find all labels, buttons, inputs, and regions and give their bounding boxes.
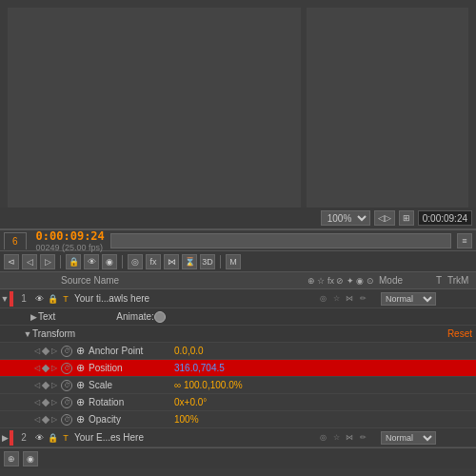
sw-fx[interactable]: ☆ <box>330 293 342 305</box>
fps-label: 00249 (25.00 fps) <box>36 243 105 252</box>
opac-value: 100% <box>174 414 199 425</box>
lock-btn[interactable]: 🔒 <box>66 254 81 269</box>
tab-num: 6 <box>12 236 18 247</box>
scale-row: ◁ ▷ ⏱ ⊕ Scale ∞ 100.0,100.0% <box>0 377 476 394</box>
panel-header: 6 0:00:09:24 00249 (25.00 fps) ≡ <box>0 230 476 251</box>
layer1-twirl[interactable]: ▼ <box>0 294 10 304</box>
preview-main <box>8 8 301 221</box>
anchor-nav: ◁ ▷ <box>34 347 57 355</box>
layer2-switches: ◎ ☆ ⋈ ✏ <box>305 432 381 444</box>
panel-tab[interactable]: 6 <box>4 232 27 249</box>
layer1-lock[interactable]: 🔒 <box>46 292 59 306</box>
pos-value: 316.0,704.5 <box>174 363 225 373</box>
sw2-fx[interactable]: ☆ <box>330 432 342 444</box>
layer1-type: T <box>59 292 72 306</box>
position-row[interactable]: ◁ ▷ ⏱ ⊕ Position 316.0,704.5 <box>0 360 476 377</box>
col-headers: Source Name ⊕ ☆ fx ⊘ ✦ ◉ ⊙ Mode T TrkM <box>0 272 476 289</box>
layer2-mode[interactable]: Normal <box>381 431 436 445</box>
scale-stopwatch[interactable]: ⏱ <box>61 380 72 391</box>
play-btn[interactable]: ▷ <box>40 254 55 269</box>
mode-btn[interactable]: M <box>226 254 241 269</box>
sw2-pen[interactable]: ✏ <box>357 432 368 444</box>
layer1-mode[interactable]: Normal <box>381 292 436 306</box>
solo-btn[interactable]: ◉ <box>102 254 117 269</box>
transform-twirl[interactable]: ▼ <box>23 329 32 339</box>
effects-btn[interactable]: fx <box>146 254 161 269</box>
anchor-point-row: ◁ ▷ ⏱ ⊕ Anchor Point 0.0,0.0 <box>0 343 476 360</box>
pos-diamond[interactable] <box>42 364 50 371</box>
scale-diamond[interactable] <box>42 381 50 388</box>
opac-stopwatch[interactable]: ⏱ <box>61 414 72 426</box>
layer1-eye[interactable]: 👁 <box>32 292 46 306</box>
pos-stopwatch[interactable]: ⏱ <box>61 363 72 374</box>
sep3 <box>220 255 221 268</box>
sw-blend[interactable]: ⋈ <box>344 293 355 305</box>
animate-btn[interactable] <box>154 311 166 323</box>
menu-btn[interactable]: ≡ <box>457 233 472 248</box>
opac-next[interactable]: ▷ <box>51 415 57 424</box>
layer2-eye[interactable]: 👁 <box>32 431 46 445</box>
motion-blur-btn[interactable]: ◎ <box>128 254 143 269</box>
anchor-value: 0.0,0.0 <box>174 346 204 356</box>
grid-btn[interactable]: ⊞ <box>399 210 414 226</box>
opac-nav: ◁ ▷ <box>34 415 57 424</box>
pos-icon: ⊕ <box>76 362 85 374</box>
solo-all-btn[interactable]: ◉ <box>23 451 38 466</box>
layer2-lock[interactable]: 🔒 <box>46 431 59 445</box>
anchor-icon: ⊕ <box>76 345 85 357</box>
text-twirl[interactable]: ▶ <box>29 312 38 322</box>
preview-side <box>307 8 468 221</box>
frame-blend-btn[interactable]: ⋈ <box>164 254 179 269</box>
opac-prev[interactable]: ◁ <box>34 415 40 424</box>
anchor-stopwatch[interactable]: ⏱ <box>61 346 72 357</box>
rot-next[interactable]: ▷ <box>51 398 57 407</box>
zoom-select[interactable]: 100% <box>321 210 370 226</box>
timestretch-btn[interactable]: ⌛ <box>182 254 197 269</box>
layer2-type: T <box>59 431 72 445</box>
rot-stopwatch[interactable]: ⏱ <box>61 397 72 408</box>
rot-prev[interactable]: ◁ <box>34 398 40 407</box>
pos-next[interactable]: ▷ <box>51 364 57 372</box>
opac-label: Opacity <box>89 414 174 425</box>
opac-icon: ⊕ <box>76 413 85 426</box>
new-comp-btn[interactable]: ⊕ <box>4 451 19 466</box>
col-t: T <box>436 275 447 286</box>
search-input[interactable] <box>110 233 451 248</box>
scale-nav: ◁ ▷ <box>34 381 57 389</box>
anchor-next[interactable]: ▷ <box>51 347 57 355</box>
scale-next[interactable]: ▷ <box>51 381 57 389</box>
reset-btn[interactable]: Reset <box>447 328 472 339</box>
layer1-switches: ◎ ☆ ⋈ ✏ <box>305 293 381 305</box>
sw2-blur[interactable]: ◎ <box>317 432 328 444</box>
rot-diamond[interactable] <box>42 398 50 406</box>
sw-blur[interactable]: ◎ <box>317 293 328 305</box>
sep1 <box>60 255 61 268</box>
preview-timecode: 0:00:09:24 <box>418 210 472 226</box>
layer-row-1[interactable]: ▼ 1 👁 🔒 T Your ti...awls here ◎ ☆ ⋈ ✏ No… <box>0 289 476 308</box>
pos-label: Position <box>89 363 174 373</box>
layer2-twirl[interactable]: ▶ <box>0 433 10 443</box>
opac-diamond[interactable] <box>42 415 50 423</box>
sw2-blend[interactable]: ⋈ <box>344 432 355 444</box>
pos-nav: ◁ ▷ <box>34 364 57 372</box>
anchor-diamond[interactable] <box>42 347 50 354</box>
col-trk: TrkM <box>447 275 476 286</box>
sw-pen[interactable]: ✏ <box>357 293 368 305</box>
3d-btn[interactable]: 3D <box>200 254 215 269</box>
scale-prev[interactable]: ◁ <box>34 381 40 389</box>
sep2 <box>122 255 123 268</box>
scale-label: Scale <box>89 380 174 390</box>
layer-row-2[interactable]: ▶ 2 👁 🔒 T Your E...es Here ◎ ☆ ⋈ ✏ Norma… <box>0 428 476 447</box>
anchor-prev[interactable]: ◁ <box>34 347 40 355</box>
prev-btn[interactable]: ◁ <box>22 254 37 269</box>
fit-btn[interactable]: ◁▷ <box>374 210 395 226</box>
bottom-bar: ⊕ ◉ <box>0 447 476 468</box>
rot-label: Rotation <box>89 397 174 407</box>
rotation-row: ◁ ▷ ⏱ ⊕ Rotation 0x+0.0° <box>0 394 476 411</box>
pos-prev[interactable]: ◁ <box>34 364 40 372</box>
col-mode: Mode <box>379 275 436 286</box>
eye-btn[interactable]: 👁 <box>84 254 99 269</box>
home-btn[interactable]: ⊲ <box>4 254 19 269</box>
layer2-color-bar <box>10 430 13 446</box>
anchor-label: Anchor Point <box>89 346 174 356</box>
